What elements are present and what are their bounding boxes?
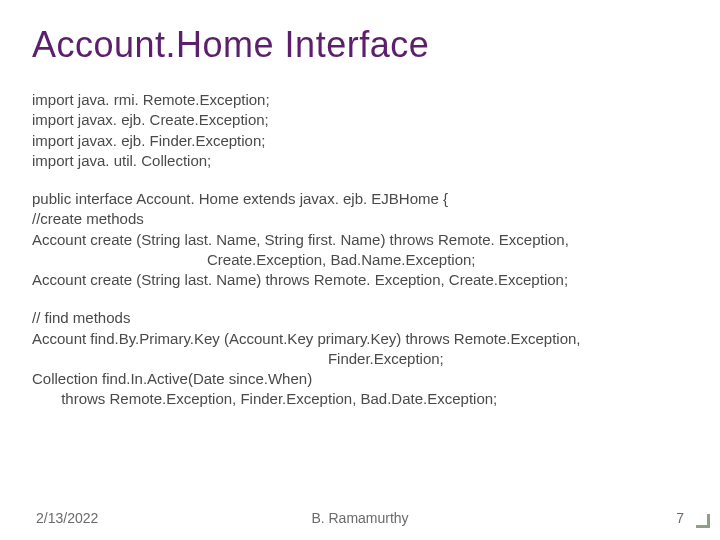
footer-page-number: 7 bbox=[676, 510, 684, 526]
create-methods-block: public interface Account. Home extends j… bbox=[32, 189, 688, 290]
code-line: Finder.Exception; bbox=[32, 349, 688, 369]
code-line: Account create (String last. Name, Strin… bbox=[32, 230, 688, 250]
code-line: import javax. ejb. Finder.Exception; bbox=[32, 131, 688, 151]
code-line: import java. rmi. Remote.Exception; bbox=[32, 90, 688, 110]
footer: 2/13/2022 B. Ramamurthy 7 bbox=[0, 510, 720, 526]
code-line: // find methods bbox=[32, 308, 688, 328]
corner-decoration-icon bbox=[696, 514, 710, 528]
slide: Account.Home Interface import java. rmi.… bbox=[0, 0, 720, 540]
code-line: import javax. ejb. Create.Exception; bbox=[32, 110, 688, 130]
code-line: Account create (String last. Name) throw… bbox=[32, 270, 688, 290]
imports-block: import java. rmi. Remote.Exception; impo… bbox=[32, 90, 688, 171]
code-line: Collection find.In.Active(Date since.Whe… bbox=[32, 369, 688, 389]
find-methods-block: // find methods Account find.By.Primary.… bbox=[32, 308, 688, 409]
footer-author: B. Ramamurthy bbox=[311, 510, 408, 526]
footer-date: 2/13/2022 bbox=[36, 510, 98, 526]
code-line: Account find.By.Primary.Key (Account.Key… bbox=[32, 329, 688, 349]
page-title: Account.Home Interface bbox=[32, 24, 688, 66]
code-line: //create methods bbox=[32, 209, 688, 229]
code-line: public interface Account. Home extends j… bbox=[32, 189, 688, 209]
code-line: import java. util. Collection; bbox=[32, 151, 688, 171]
code-line: throws Remote.Exception, Finder.Exceptio… bbox=[32, 389, 688, 409]
code-line: Create.Exception, Bad.Name.Exception; bbox=[32, 250, 688, 270]
